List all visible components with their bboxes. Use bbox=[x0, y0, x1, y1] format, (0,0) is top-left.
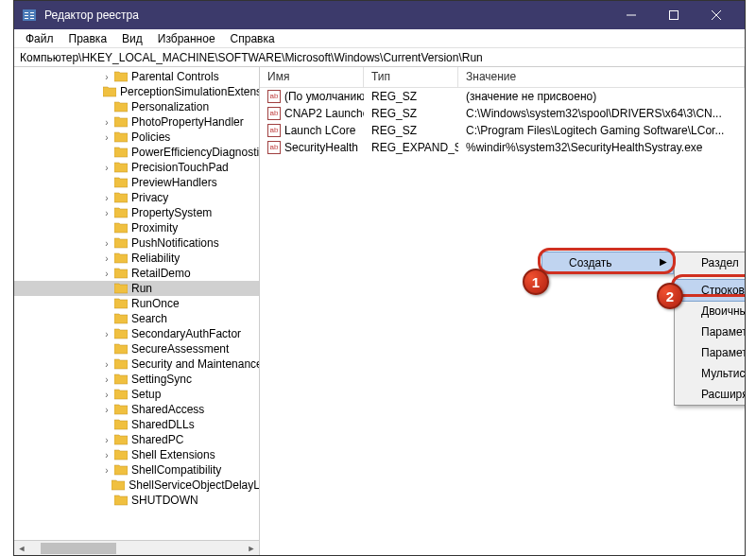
context-menu-item[interactable]: Строковый параметр bbox=[674, 279, 745, 302]
menu-help[interactable]: Справка bbox=[223, 30, 283, 47]
tree-item[interactable]: ›PrecisionTouchPad bbox=[14, 160, 260, 175]
tree-item[interactable]: ›Parental Controls bbox=[14, 69, 260, 84]
tree-item[interactable]: SHUTDOWN bbox=[14, 493, 260, 508]
tree-item[interactable]: ›Security and Maintenance bbox=[14, 356, 260, 372]
scroll-thumb[interactable] bbox=[41, 543, 116, 554]
expand-icon[interactable]: › bbox=[101, 435, 112, 445]
expand-icon[interactable]: › bbox=[101, 163, 112, 173]
tree-item-label: Shell Extensions bbox=[131, 448, 215, 461]
tree-item[interactable]: ›Reliability bbox=[14, 251, 260, 266]
folder-icon bbox=[114, 374, 128, 385]
tree-item[interactable]: SecureAssessment bbox=[14, 341, 260, 356]
folder-icon bbox=[112, 479, 125, 491]
scroll-right-icon[interactable]: ► bbox=[244, 544, 259, 553]
tree-item[interactable]: Proximity bbox=[14, 220, 260, 235]
minimize-button[interactable] bbox=[610, 1, 652, 29]
folder-icon bbox=[114, 419, 128, 430]
tree-item[interactable]: PreviewHandlers bbox=[14, 175, 260, 190]
tree-item[interactable]: ›Privacy bbox=[14, 190, 260, 205]
list-row[interactable]: abSecurityHealthREG_EXPAND_SZ%windir%\sy… bbox=[260, 139, 745, 156]
tree-item-label: PropertySystem bbox=[131, 206, 212, 219]
tree-item[interactable]: PerceptionSimulationExtensions bbox=[14, 84, 260, 99]
folder-icon bbox=[103, 86, 116, 97]
menubar: Файл Правка Вид Избранное Справка bbox=[14, 29, 745, 48]
tree-item[interactable]: Personalization bbox=[14, 99, 260, 114]
tree-panel[interactable]: ›Parental ControlsPerceptionSimulationEx… bbox=[14, 67, 260, 555]
list-row[interactable]: ab(По умолчанию)REG_SZ(значение не присв… bbox=[260, 88, 745, 105]
tree-item-label: SecondaryAuthFactor bbox=[131, 327, 241, 340]
tree-item[interactable]: ›SharedAccess bbox=[14, 402, 260, 417]
col-header-name[interactable]: Имя bbox=[260, 67, 364, 87]
tree-item-label: SharedAccess bbox=[131, 403, 204, 416]
expand-icon[interactable]: › bbox=[101, 405, 112, 415]
tree-item[interactable]: SharedDLLs bbox=[14, 417, 260, 432]
expand-icon[interactable]: › bbox=[101, 72, 112, 82]
folder-icon bbox=[114, 162, 128, 173]
tree-item[interactable]: ›PushNotifications bbox=[14, 235, 260, 251]
list-row[interactable]: abCNAP2 LauncherREG_SZC:\Windows\system3… bbox=[260, 105, 745, 122]
scroll-left-icon[interactable]: ◄ bbox=[14, 544, 29, 553]
cell-type: REG_SZ bbox=[364, 106, 458, 121]
tree-item[interactable]: ›ShellCompatibility bbox=[14, 462, 260, 478]
expand-icon[interactable]: › bbox=[101, 374, 112, 385]
col-header-value[interactable]: Значение bbox=[458, 67, 745, 87]
expand-icon[interactable]: › bbox=[101, 193, 112, 203]
expand-icon[interactable]: › bbox=[101, 269, 112, 279]
cell-name: abSecurityHealth bbox=[260, 140, 364, 156]
tree-item[interactable]: ›SecondaryAuthFactor bbox=[14, 326, 260, 341]
expand-icon[interactable]: › bbox=[101, 253, 112, 264]
cell-value: %windir%\system32\SecurityHealthSystray.… bbox=[458, 140, 745, 155]
cell-type: REG_SZ bbox=[364, 123, 458, 138]
tree-item-label: Setup bbox=[131, 388, 161, 401]
tree-item-label: SecureAssessment bbox=[131, 342, 229, 356]
titlebar[interactable]: Редактор реестра bbox=[14, 1, 745, 29]
expand-icon[interactable]: › bbox=[101, 465, 112, 476]
menu-edit[interactable]: Правка bbox=[61, 30, 115, 47]
maximize-button[interactable] bbox=[652, 1, 695, 29]
folder-icon bbox=[114, 313, 128, 324]
tree-item[interactable]: Search bbox=[14, 311, 260, 326]
cell-name: abCNAP2 Launcher bbox=[260, 106, 364, 122]
tree-item-label: PushNotifications bbox=[131, 236, 219, 250]
tree-item[interactable]: RunOnce bbox=[14, 296, 260, 311]
tree-item[interactable]: ›Shell Extensions bbox=[14, 447, 260, 462]
tree-item[interactable]: PowerEfficiencyDiagnostics bbox=[14, 145, 260, 160]
tree-item[interactable]: ›PropertySystem bbox=[14, 205, 260, 220]
context-menu-item[interactable]: Параметр DWORD (32 бита) bbox=[675, 321, 745, 342]
cell-name: ab(По умолчанию) bbox=[260, 89, 364, 105]
menu-favorites[interactable]: Избранное bbox=[150, 30, 223, 47]
menu-file[interactable]: Файл bbox=[18, 30, 61, 47]
tree-item[interactable]: ShellServiceObjectDelayLoad bbox=[14, 478, 260, 493]
context-menu-item[interactable]: Расширяемый строковый параметр bbox=[675, 384, 745, 405]
context-menu-item[interactable]: Двоичный параметр bbox=[675, 301, 745, 321]
close-button[interactable] bbox=[695, 1, 737, 29]
context-menu-item[interactable]: Раздел bbox=[675, 252, 745, 273]
expand-icon[interactable]: › bbox=[101, 450, 112, 460]
tree-item[interactable]: ›SettingSync bbox=[14, 372, 260, 387]
cell-type: REG_SZ bbox=[364, 89, 458, 104]
tree-item[interactable]: ›Setup bbox=[14, 387, 260, 402]
tree-item-label: Proximity bbox=[131, 221, 178, 235]
col-header-type[interactable]: Тип bbox=[364, 67, 458, 87]
expand-icon[interactable]: › bbox=[101, 390, 112, 400]
list-row[interactable]: abLaunch LCoreREG_SZC:\Program Files\Log… bbox=[260, 122, 745, 139]
context-menu-item[interactable]: Параметр QWORD (64 бита) bbox=[675, 342, 745, 363]
tree-item[interactable]: ›RetailDemo bbox=[14, 266, 260, 281]
tree-item[interactable]: ›SharedPC bbox=[14, 432, 260, 447]
expand-icon[interactable]: › bbox=[101, 359, 112, 370]
tree-item-label: PhotoPropertyHandler bbox=[131, 115, 244, 129]
address-input[interactable] bbox=[20, 51, 739, 64]
context-menu-item[interactable]: Мультистроковый параметр bbox=[675, 363, 745, 384]
tree-item[interactable]: ›PhotoPropertyHandler bbox=[14, 114, 260, 130]
context-menu-create[interactable]: Создать ▶ bbox=[541, 252, 674, 274]
expand-icon[interactable]: › bbox=[101, 132, 112, 143]
expand-icon[interactable]: › bbox=[101, 117, 112, 128]
expand-icon[interactable]: › bbox=[101, 208, 112, 218]
horizontal-scrollbar[interactable]: ◄ ► bbox=[14, 540, 259, 555]
folder-icon bbox=[114, 116, 128, 128]
tree-item[interactable]: Run bbox=[14, 281, 260, 296]
menu-view[interactable]: Вид bbox=[114, 30, 150, 47]
expand-icon[interactable]: › bbox=[101, 238, 112, 249]
tree-item[interactable]: ›Policies bbox=[14, 130, 260, 145]
expand-icon[interactable]: › bbox=[101, 329, 112, 339]
